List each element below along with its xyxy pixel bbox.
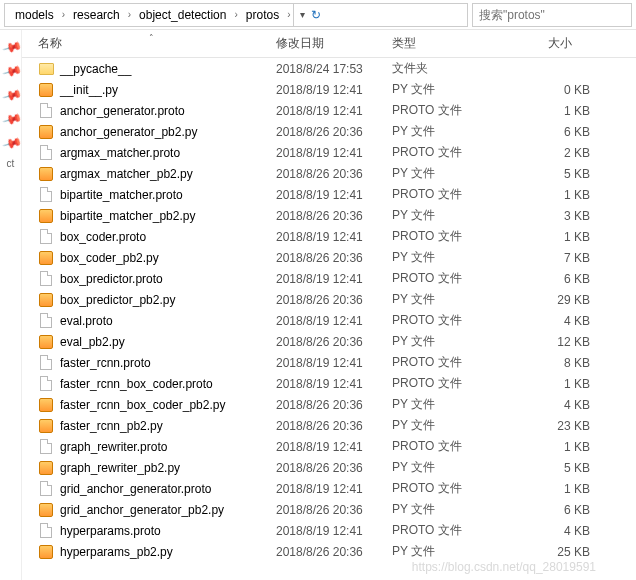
breadcrumb-item[interactable]: models [9, 6, 60, 24]
file-size: 2 KB [510, 146, 610, 160]
file-size: 3 KB [510, 209, 610, 223]
chevron-right-icon: › [60, 9, 67, 20]
refresh-icon[interactable]: ↻ [311, 8, 321, 22]
file-type: PROTO 文件 [392, 522, 510, 539]
python-file-icon [38, 250, 54, 266]
column-type[interactable]: 类型 [392, 35, 510, 52]
file-row[interactable]: eval.proto2018/8/19 12:41PROTO 文件4 KB [22, 310, 636, 331]
search-box[interactable] [472, 3, 632, 27]
file-size: 1 KB [510, 188, 610, 202]
file-row[interactable]: graph_rewriter.proto2018/8/19 12:41PROTO… [22, 436, 636, 457]
file-size: 6 KB [510, 503, 610, 517]
file-name: argmax_matcher.proto [60, 146, 180, 160]
chevron-right-icon: › [285, 9, 292, 20]
file-date: 2018/8/26 20:36 [276, 293, 392, 307]
python-file-icon [38, 460, 54, 476]
file-name: faster_rcnn_pb2.py [60, 419, 163, 433]
file-row[interactable]: anchor_generator_pb2.py2018/8/26 20:36PY… [22, 121, 636, 142]
file-name: faster_rcnn_box_coder.proto [60, 377, 213, 391]
file-row[interactable]: argmax_matcher_pb2.py2018/8/26 20:36PY 文… [22, 163, 636, 184]
file-size: 29 KB [510, 293, 610, 307]
file-date: 2018/8/19 12:41 [276, 272, 392, 286]
python-file-icon [38, 166, 54, 182]
file-row[interactable]: box_predictor.proto2018/8/19 12:41PROTO … [22, 268, 636, 289]
file-icon [38, 271, 54, 287]
file-row[interactable]: __pycache__2018/8/24 17:53文件夹 [22, 58, 636, 79]
file-date: 2018/8/26 20:36 [276, 545, 392, 559]
file-name: graph_rewriter_pb2.py [60, 461, 180, 475]
file-type: PY 文件 [392, 501, 510, 518]
column-date[interactable]: 修改日期 [276, 35, 392, 52]
file-row[interactable]: faster_rcnn.proto2018/8/19 12:41PROTO 文件… [22, 352, 636, 373]
top-bar: models›research›object_detection›protos›… [0, 0, 636, 30]
python-file-icon [38, 418, 54, 434]
file-date: 2018/8/26 20:36 [276, 461, 392, 475]
breadcrumb[interactable]: models›research›object_detection›protos›… [4, 3, 468, 27]
file-name: eval_pb2.py [60, 335, 125, 349]
file-type: PY 文件 [392, 396, 510, 413]
file-type: PY 文件 [392, 249, 510, 266]
file-icon [38, 145, 54, 161]
file-size: 6 KB [510, 125, 610, 139]
dropdown-icon[interactable]: ▾ [300, 9, 305, 20]
file-name: bipartite_matcher_pb2.py [60, 209, 195, 223]
file-row[interactable]: hyperparams_pb2.py2018/8/26 20:36PY 文件25… [22, 541, 636, 562]
python-file-icon [38, 544, 54, 560]
file-row[interactable]: bipartite_matcher_pb2.py2018/8/26 20:36P… [22, 205, 636, 226]
file-size: 4 KB [510, 314, 610, 328]
breadcrumb-item[interactable]: research [67, 6, 126, 24]
file-type: PY 文件 [392, 207, 510, 224]
file-size: 23 KB [510, 419, 610, 433]
file-row[interactable]: __init__.py2018/8/19 12:41PY 文件0 KB [22, 79, 636, 100]
file-row[interactable]: box_predictor_pb2.py2018/8/26 20:36PY 文件… [22, 289, 636, 310]
file-type: PROTO 文件 [392, 144, 510, 161]
breadcrumb-item[interactable]: object_detection [133, 6, 232, 24]
file-name: hyperparams.proto [60, 524, 161, 538]
file-type: PY 文件 [392, 333, 510, 350]
file-row[interactable]: bipartite_matcher.proto2018/8/19 12:41PR… [22, 184, 636, 205]
search-input[interactable] [479, 8, 625, 22]
file-type: PY 文件 [392, 543, 510, 560]
python-file-icon [38, 124, 54, 140]
file-row[interactable]: faster_rcnn_box_coder_pb2.py2018/8/26 20… [22, 394, 636, 415]
file-row[interactable]: anchor_generator.proto2018/8/19 12:41PRO… [22, 100, 636, 121]
python-file-icon [38, 502, 54, 518]
file-type: PY 文件 [392, 123, 510, 140]
column-name-label: 名称 [38, 36, 62, 50]
file-row[interactable]: hyperparams.proto2018/8/19 12:41PROTO 文件… [22, 520, 636, 541]
file-size: 6 KB [510, 272, 610, 286]
file-name: __init__.py [60, 83, 118, 97]
file-name: faster_rcnn_box_coder_pb2.py [60, 398, 225, 412]
file-row[interactable]: faster_rcnn_box_coder.proto2018/8/19 12:… [22, 373, 636, 394]
file-date: 2018/8/19 12:41 [276, 188, 392, 202]
file-row[interactable]: box_coder.proto2018/8/19 12:41PROTO 文件1 … [22, 226, 636, 247]
file-size: 25 KB [510, 545, 610, 559]
file-date: 2018/8/26 20:36 [276, 167, 392, 181]
file-row[interactable]: argmax_matcher.proto2018/8/19 12:41PROTO… [22, 142, 636, 163]
column-size[interactable]: 大小 [510, 35, 610, 52]
refresh-area[interactable]: ▾↻ [293, 4, 327, 26]
file-row[interactable]: grid_anchor_generator_pb2.py2018/8/26 20… [22, 499, 636, 520]
column-name[interactable]: 名称˄ [22, 35, 276, 52]
file-icon [38, 103, 54, 119]
file-type: PY 文件 [392, 291, 510, 308]
breadcrumb-item[interactable]: protos [240, 6, 285, 24]
file-date: 2018/8/26 20:36 [276, 398, 392, 412]
file-date: 2018/8/19 12:41 [276, 440, 392, 454]
file-row[interactable]: eval_pb2.py2018/8/26 20:36PY 文件12 KB [22, 331, 636, 352]
file-type: PY 文件 [392, 417, 510, 434]
file-icon [38, 481, 54, 497]
file-size: 1 KB [510, 104, 610, 118]
file-type: PROTO 文件 [392, 354, 510, 371]
file-type: PROTO 文件 [392, 102, 510, 119]
file-row[interactable]: graph_rewriter_pb2.py2018/8/26 20:36PY 文… [22, 457, 636, 478]
column-headers: 名称˄ 修改日期 类型 大小 [22, 30, 636, 58]
file-row[interactable]: grid_anchor_generator.proto2018/8/19 12:… [22, 478, 636, 499]
python-file-icon [38, 334, 54, 350]
python-file-icon [38, 292, 54, 308]
folder-icon [38, 61, 54, 77]
file-size: 12 KB [510, 335, 610, 349]
file-row[interactable]: faster_rcnn_pb2.py2018/8/26 20:36PY 文件23… [22, 415, 636, 436]
file-icon [38, 376, 54, 392]
file-row[interactable]: box_coder_pb2.py2018/8/26 20:36PY 文件7 KB [22, 247, 636, 268]
